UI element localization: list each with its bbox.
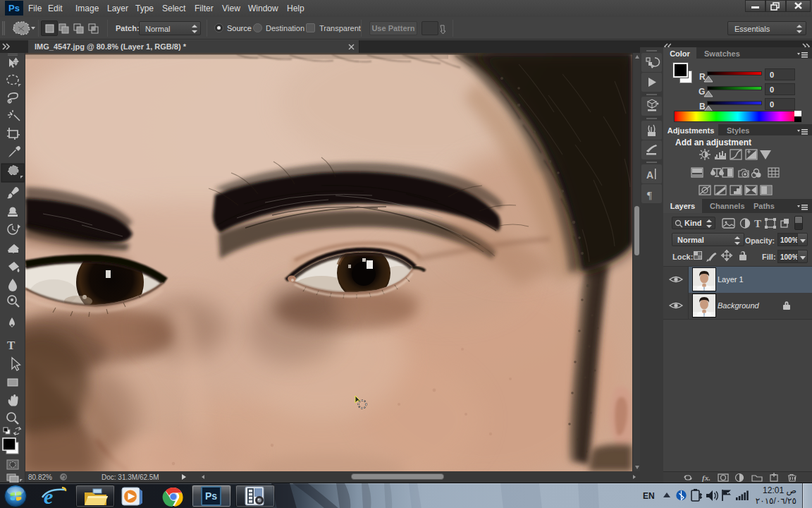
svg-text:fx.: fx. [702, 473, 710, 482]
svg-text:A: A [646, 169, 653, 181]
svg-text:¶: ¶ [647, 190, 652, 201]
svg-text:T: T [754, 218, 761, 229]
svg-text:T: T [7, 339, 16, 352]
svg-text:e: e [44, 485, 53, 508]
